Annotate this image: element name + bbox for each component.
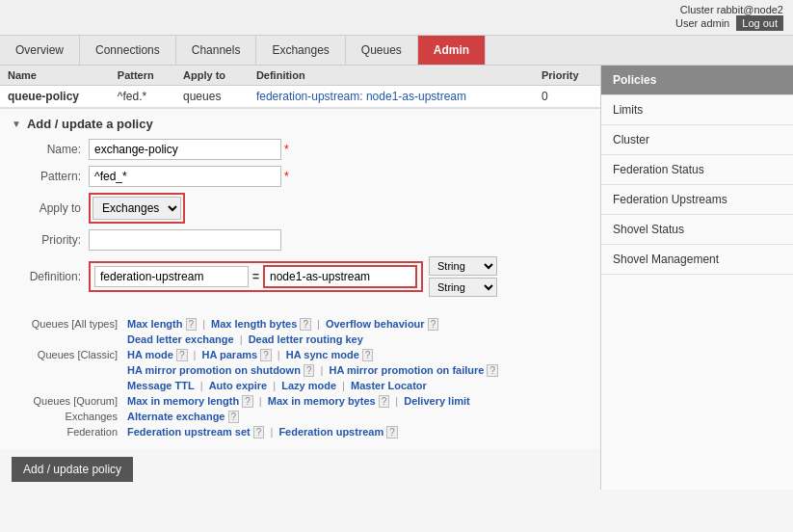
link-message-ttl[interactable]: Message TTL (127, 380, 195, 391)
type-select-2[interactable]: String Number Boolean List (429, 278, 497, 297)
link-auto-expire[interactable]: Auto expire (209, 380, 268, 391)
link-delivery-limit[interactable]: Delivery limit (404, 395, 469, 407)
sidebar: Policies Limits Cluster Federation Statu… (600, 66, 793, 490)
pattern-row: Pattern: * (12, 166, 589, 187)
nav-admin[interactable]: Admin (418, 36, 486, 65)
hints-federation-row1: Federation Federation upstream set ? | F… (12, 426, 589, 438)
cluster-name: rabbit@node2 (717, 4, 783, 15)
apply-to-box: Exchanges Queues All (89, 193, 185, 224)
link-master-locator[interactable]: Master Locator (351, 380, 427, 391)
link-dead-letter-routing-key[interactable]: Dead letter routing key (249, 333, 363, 345)
header: Cluster rabbit@node2 User admin Log out (0, 0, 793, 36)
row-definition: federation-upstream: node1-as-upstream (249, 86, 534, 108)
sidebar-item-shovel-status[interactable]: Shovel Status (601, 215, 793, 245)
link-ha-mirror-shutdown[interactable]: HA mirror promotion on shutdown (127, 364, 301, 376)
link-lazy-mode[interactable]: Lazy mode (281, 380, 336, 391)
row-name: queue-policy (0, 86, 110, 108)
pattern-required: * (284, 170, 289, 183)
col-pattern: Pattern (110, 66, 175, 86)
link-ha-mode[interactable]: HA mode (127, 349, 173, 360)
hints-queues-classic-row3: Message TTL | Auto expire | Lazy mode | … (12, 380, 589, 391)
q-federation-upstream-set[interactable]: ? (253, 426, 265, 439)
queues-classic-links1: HA mode ? | HA params ? | HA sync mode ? (127, 349, 373, 360)
q-overflow-behaviour[interactable]: ? (428, 318, 439, 331)
hints-queues-all-row2: Dead letter exchange | Dead letter routi… (12, 333, 589, 345)
nav-bar: Overview Connections Channels Exchanges … (0, 36, 793, 66)
row-apply-to: queues (175, 86, 249, 108)
q-ha-params[interactable]: ? (260, 349, 272, 361)
link-federation-upstream[interactable]: Federation upstream (278, 426, 383, 438)
link-alternate-exchange[interactable]: Alternate exchange (127, 411, 225, 422)
link-ha-mirror-failure[interactable]: HA mirror promotion on failure (329, 364, 484, 376)
exchanges-links1: Alternate exchange ? (127, 411, 239, 422)
form-section: ▼ Add / update a policy Name: * Pattern:… (0, 108, 600, 310)
nav-channels[interactable]: Channels (176, 36, 257, 65)
policy-table: Name Pattern Apply to Definition Priorit… (0, 66, 600, 108)
col-definition: Definition (249, 66, 534, 86)
user-name: admin (700, 17, 729, 29)
section-header: ▼ Add / update a policy (12, 117, 589, 131)
q-alternate-exchange[interactable]: ? (228, 411, 240, 423)
col-name: Name (0, 66, 110, 86)
definition-key-input[interactable] (94, 266, 249, 287)
queues-classic-label: Queues [Classic] (12, 349, 127, 360)
q-ha-sync-mode[interactable]: ? (362, 349, 374, 361)
sidebar-item-federation-upstreams[interactable]: Federation Upstreams (601, 185, 793, 215)
row-pattern: ^fed.* (110, 86, 175, 108)
sidebar-item-shovel-management[interactable]: Shovel Management (601, 245, 793, 275)
table-row: queue-policy ^fed.* queues federation-up… (0, 86, 600, 108)
q-ha-mirror-failure[interactable]: ? (487, 364, 498, 377)
pattern-input[interactable] (89, 166, 281, 187)
queues-all-links2: Dead letter exchange | Dead letter routi… (127, 333, 363, 345)
nav-queues[interactable]: Queues (346, 36, 418, 65)
q-max-memory-bytes[interactable]: ? (379, 395, 390, 408)
definition-value-input[interactable] (263, 265, 417, 288)
q-max-memory-length[interactable]: ? (242, 395, 253, 408)
priority-input[interactable] (89, 229, 281, 251)
name-input[interactable] (89, 139, 281, 160)
queues-all-links: Max length ? | Max length bytes ? | Over… (127, 318, 438, 330)
sidebar-item-cluster[interactable]: Cluster (601, 125, 793, 155)
link-federation-upstream-set[interactable]: Federation upstream set (127, 426, 251, 438)
name-label: Name: (12, 143, 89, 156)
exchanges-label: Exchanges (12, 411, 127, 422)
link-ha-sync-mode[interactable]: HA sync mode (286, 349, 359, 360)
add-update-policy-button[interactable]: Add / update policy (12, 457, 133, 482)
col-priority: Priority (534, 66, 600, 86)
sidebar-item-federation-status[interactable]: Federation Status (601, 155, 793, 185)
apply-to-label: Apply to (12, 201, 89, 215)
queues-quorum-label: Queues [Quorum] (12, 395, 127, 407)
link-dead-letter-exchange[interactable]: Dead letter exchange (127, 333, 234, 345)
link-ha-params[interactable]: HA params (201, 349, 257, 360)
toggle-arrow[interactable]: ▼ (12, 119, 21, 129)
apply-to-row: Apply to Exchanges Queues All (12, 193, 589, 224)
link-max-in-memory-length[interactable]: Max in memory length (127, 395, 239, 407)
federation-label: Federation (12, 426, 127, 438)
nav-connections[interactable]: Connections (80, 36, 176, 65)
hints-queues-quorum-row1: Queues [Quorum] Max in memory length ? |… (12, 395, 589, 407)
q-federation-upstream[interactable]: ? (386, 426, 398, 439)
link-overflow-behaviour[interactable]: Overflow behaviour (326, 318, 425, 330)
definition-equals: = (252, 270, 259, 283)
sidebar-item-limits[interactable]: Limits (601, 95, 793, 125)
hints-section: Queues [All types] Max length ? | Max le… (0, 310, 600, 449)
q-max-length[interactable]: ? (186, 318, 198, 331)
type-select-1[interactable]: String Number Boolean List (429, 256, 497, 276)
link-max-length[interactable]: Max length (127, 318, 182, 330)
hints-queues-classic-row1: Queues [Classic] HA mode ? | HA params ?… (12, 349, 589, 360)
logout-button[interactable]: Log out (736, 15, 783, 31)
q-max-length-bytes[interactable]: ? (300, 318, 311, 331)
apply-to-select[interactable]: Exchanges Queues All (93, 197, 181, 220)
sidebar-item-policies[interactable]: Policies (601, 66, 793, 95)
link-max-in-memory-bytes[interactable]: Max in memory bytes (268, 395, 376, 407)
hints-queues-classic-row2: HA mirror promotion on shutdown ? | HA m… (12, 364, 589, 376)
nav-overview[interactable]: Overview (0, 36, 80, 65)
nav-exchanges[interactable]: Exchanges (256, 36, 345, 65)
federation-links1: Federation upstream set ? | Federation u… (127, 426, 398, 438)
link-max-length-bytes[interactable]: Max length bytes (211, 318, 297, 330)
queues-classic-links3: Message TTL | Auto expire | Lazy mode | … (127, 380, 427, 391)
definition-row: Definition: = String Number Boolean List… (12, 256, 589, 297)
q-ha-mirror-shutdown[interactable]: ? (304, 364, 315, 377)
cluster-label: Cluster (680, 4, 714, 15)
q-ha-mode[interactable]: ? (176, 349, 188, 361)
